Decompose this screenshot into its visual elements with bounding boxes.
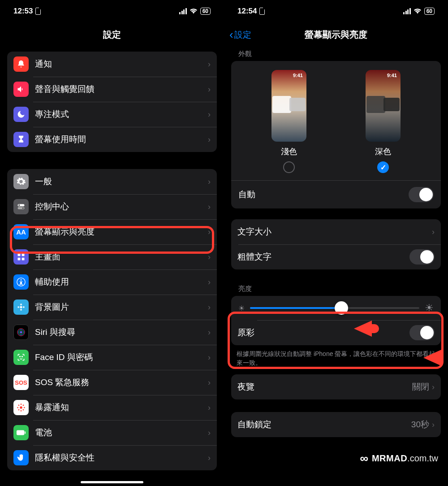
row-control-center[interactable]: 控制中心 › xyxy=(7,194,217,219)
row-screentime[interactable]: 螢幕使用時間 › xyxy=(7,127,217,152)
row-exposure[interactable]: 暴露通知 › xyxy=(7,395,217,420)
exposure-icon xyxy=(13,400,29,415)
svg-point-23 xyxy=(21,410,22,412)
toggle-bold-text[interactable] xyxy=(409,249,435,265)
chevron-right-icon: › xyxy=(208,353,211,362)
svg-point-24 xyxy=(17,407,18,408)
svg-rect-6 xyxy=(18,258,21,260)
svg-point-25 xyxy=(24,407,25,408)
chevron-right-icon: › xyxy=(208,428,211,438)
row-siri[interactable]: Siri 與搜尋 › xyxy=(7,320,217,345)
chevron-right-icon: › xyxy=(432,227,435,237)
siri-icon xyxy=(13,325,29,340)
svg-point-9 xyxy=(21,279,22,281)
faceid-icon xyxy=(13,350,29,365)
accessibility-icon xyxy=(13,274,29,290)
row-wallpaper[interactable]: 背景圖片 › xyxy=(7,295,217,320)
back-button[interactable]: ‹ 設定 xyxy=(229,28,251,42)
chevron-right-icon: › xyxy=(208,85,211,94)
chevron-right-icon: › xyxy=(208,202,211,212)
svg-point-12 xyxy=(20,309,22,311)
svg-point-11 xyxy=(20,304,22,305)
row-accessibility[interactable]: 輔助使用 › xyxy=(7,269,217,295)
row-battery[interactable]: 電池 › xyxy=(7,420,217,445)
radio-checked-icon[interactable]: ✓ xyxy=(377,161,389,173)
sim-icon xyxy=(259,8,265,15)
infinity-logo-icon: ∞ xyxy=(360,451,368,465)
row-focus[interactable]: 專注模式 › xyxy=(7,102,217,127)
chevron-right-icon: › xyxy=(208,378,211,387)
row-night-shift[interactable]: 夜覽 關閉 › xyxy=(231,374,441,399)
dark-preview: 9:41 xyxy=(366,70,401,142)
brightness-slider[interactable] xyxy=(250,307,419,309)
chevron-left-icon: ‹ xyxy=(229,28,233,42)
appearance-dark[interactable]: 9:41 深色 ✓ xyxy=(366,70,401,173)
svg-point-19 xyxy=(20,356,21,357)
night-shift-group: 夜覽 關閉 › xyxy=(231,374,441,399)
chevron-right-icon: › xyxy=(208,278,211,287)
radio-unchecked-icon[interactable] xyxy=(283,161,295,173)
status-bar: 12:54 60 xyxy=(224,0,448,22)
chevron-right-icon: › xyxy=(208,60,211,69)
svg-point-10 xyxy=(20,306,22,308)
chevron-right-icon: › xyxy=(432,382,435,392)
bell-icon xyxy=(13,56,29,72)
nav-header: 設定 xyxy=(0,22,224,47)
section-brightness: 亮度 xyxy=(224,282,448,296)
row-text-size[interactable]: 文字大小 › xyxy=(231,219,441,244)
svg-point-2 xyxy=(18,204,20,206)
page-title: 設定 xyxy=(103,29,121,41)
svg-point-28 xyxy=(18,409,20,411)
settings-group-1: 通知 › 聲音與觸覺回饋 › 專注模式 › 螢 xyxy=(7,52,217,152)
brightness-group: ☀ ☀ 原彩 xyxy=(231,296,441,345)
battery-indicator: 60 xyxy=(424,8,435,15)
row-auto-lock[interactable]: 自動鎖定 30秒 › xyxy=(231,412,441,437)
grid-icon xyxy=(13,249,29,265)
status-time: 12:53 xyxy=(13,7,33,16)
row-general[interactable]: 一般 › xyxy=(7,169,217,194)
row-sounds[interactable]: 聲音與觸覺回饋 › xyxy=(7,77,217,102)
appearance-card: 9:41 淺色 9:41 深色 ✓ 自動 xyxy=(231,61,441,208)
auto-lock-group: 自動鎖定 30秒 › xyxy=(231,412,441,437)
row-privacy[interactable]: 隱私權與安全性 › xyxy=(7,445,217,470)
chevron-right-icon: › xyxy=(208,252,211,262)
text-group: 文字大小 › 粗體文字 xyxy=(231,219,441,269)
slider-thumb[interactable] xyxy=(335,301,348,315)
page-title: 螢幕顯示與亮度 xyxy=(305,29,367,41)
cellular-signal-icon xyxy=(179,8,187,14)
chevron-right-icon: › xyxy=(208,403,211,412)
chevron-right-icon: › xyxy=(208,135,211,144)
hourglass-icon xyxy=(13,132,29,147)
toggle-auto[interactable] xyxy=(409,187,434,202)
settings-group-2: 一般 › 控制中心 › AA 螢幕顯示與亮度 › 主畫面 › xyxy=(7,169,217,470)
nav-header: ‹ 設定 螢幕顯示與亮度 xyxy=(224,22,448,47)
row-auto-appearance: 自動 xyxy=(231,180,441,208)
display-scroll[interactable]: 外觀 9:41 淺色 9:41 深色 ✓ xyxy=(224,47,448,486)
settings-scroll[interactable]: 通知 › 聲音與觸覺回饋 › 專注模式 › 螢 xyxy=(0,52,224,486)
row-home-screen[interactable]: 主畫面 › xyxy=(7,244,217,269)
sun-large-icon: ☀ xyxy=(425,302,434,314)
appearance-light[interactable]: 9:41 淺色 xyxy=(271,70,306,173)
svg-point-13 xyxy=(17,306,19,308)
row-display-brightness[interactable]: AA 螢幕顯示與亮度 › xyxy=(7,219,217,244)
row-sos[interactable]: SOS SOS 緊急服務 › xyxy=(7,370,217,395)
row-bold-text: 粗體文字 xyxy=(231,244,441,269)
toggle-true-tone[interactable] xyxy=(409,325,435,340)
home-indicator[interactable] xyxy=(81,481,143,483)
phone-settings-main: 12:53 60 設定 通知 › 聲音與觸覺回饋 xyxy=(0,0,224,486)
svg-rect-7 xyxy=(22,258,25,260)
sim-icon xyxy=(35,8,41,15)
chevron-right-icon: › xyxy=(208,328,211,337)
section-appearance: 外觀 xyxy=(224,47,448,61)
true-tone-description: 根據周圍光線狀況自動調整 iPhone 螢幕，讓色彩在不同的環境下都看起來一致。 xyxy=(224,347,448,374)
svg-rect-31 xyxy=(25,431,26,434)
brightness-slider-row: ☀ ☀ xyxy=(231,296,441,320)
row-notifications[interactable]: 通知 › xyxy=(7,52,217,77)
svg-point-20 xyxy=(22,356,23,357)
moon-icon xyxy=(13,107,29,122)
battery-icon xyxy=(13,425,29,440)
speaker-icon xyxy=(13,82,29,97)
watermark: ∞ MRMAD.com.tw xyxy=(360,451,438,465)
svg-point-18 xyxy=(20,331,22,334)
row-faceid[interactable]: Face ID 與密碼 › xyxy=(7,345,217,370)
